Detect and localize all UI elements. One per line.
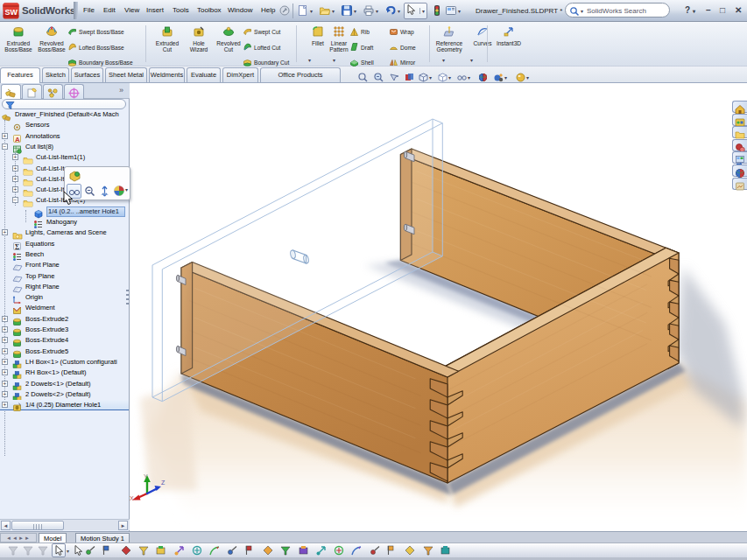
svg-text:SW: SW (5, 8, 18, 17)
